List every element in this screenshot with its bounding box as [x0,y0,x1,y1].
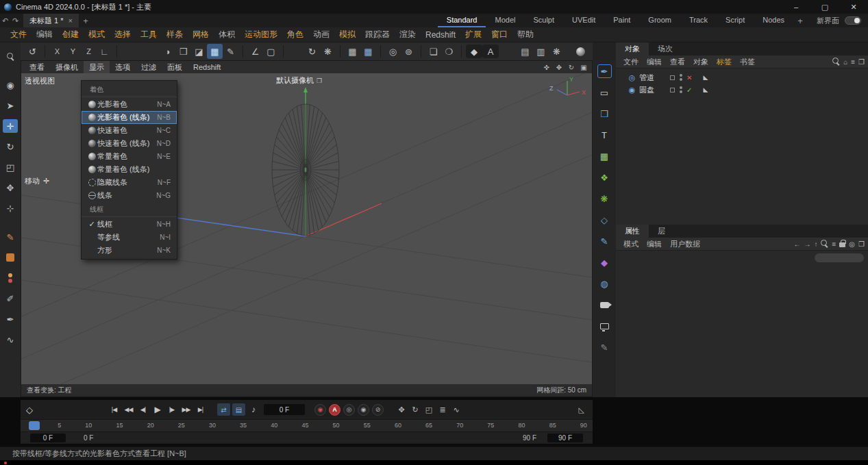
om-filter-icon[interactable]: ≡ [851,58,855,66]
menu-simulate[interactable]: 模拟 [334,29,360,40]
attr-forward-icon[interactable]: → [804,240,810,248]
add-layout-button[interactable]: + [793,16,807,26]
deformer-icon[interactable]: ◆ [597,255,612,269]
attr-target-icon[interactable]: ◎ [849,240,855,248]
brush-icon[interactable]: ✎ [597,340,612,354]
menu-edit[interactable]: 编辑 [32,29,58,40]
vp-menu-view[interactable]: 查看 [24,61,50,73]
current-frame-field[interactable]: 0 F [264,404,305,415]
modeling-tool-icon[interactable]: ❍ [441,44,457,59]
go-to-start-button[interactable]: |◀ [107,403,121,416]
visibility-dots[interactable] [680,86,682,93]
layout-tab-track[interactable]: Track [680,14,717,27]
spline-pen-icon[interactable]: ✒ [597,64,612,78]
range-end-field[interactable]: 90 F [547,433,583,442]
record-scale-toggle[interactable]: ◰ [422,403,436,416]
make-editable-icon[interactable]: ◑ [160,44,175,59]
menu-volume[interactable]: 体积 [214,29,240,40]
menu-window[interactable]: 窗口 [486,29,512,40]
move-tool-icon[interactable]: ✛ [3,119,18,133]
menu-item-box[interactable]: 方形N~K [82,244,177,257]
record-parameter-toggle[interactable]: ≣ [436,403,449,416]
menu-tools[interactable]: 工具 [136,29,162,40]
menu-item-wireframe[interactable]: ✓ 线框N~H [82,218,177,231]
menu-tracker[interactable]: 跟踪器 [360,29,395,40]
om-popup-icon[interactable]: ❐ [858,58,865,66]
minimize-button[interactable]: – [782,0,810,14]
new-interface-toggle[interactable] [845,16,861,25]
vp-menu-cameras[interactable]: 摄像机 [50,61,84,73]
menu-create[interactable]: 创建 [58,29,84,40]
attr-menu-edit[interactable]: 编辑 [643,239,666,249]
maximize-button[interactable]: ▢ [810,0,839,14]
pla-button[interactable]: ⊘ [372,404,384,416]
text-object-icon[interactable]: T [597,128,612,142]
loop-playback-icon[interactable]: ⇄ [217,403,230,416]
camera-object-icon[interactable] [597,298,612,312]
axis-lock-icon[interactable]: ∠ [247,44,263,59]
asset-browser-icon[interactable]: A [482,45,499,58]
play-button[interactable]: ▶ [150,403,164,416]
commander-icon[interactable]: ◆ [466,45,482,58]
target-icon[interactable]: ◎ [385,44,401,59]
layout-tab-sculpt[interactable]: Sculpt [524,14,563,27]
enable-state-icon[interactable]: ✓ [686,86,692,94]
transform-tool-icon[interactable]: ✥ [3,181,18,194]
attr-filter-field[interactable] [815,253,864,262]
enable-axis-icon[interactable]: ↻ [304,44,320,59]
snap-icon[interactable]: ▦ [345,44,360,59]
texture-mode-icon[interactable]: ◪ [191,44,207,59]
new-tab-button[interactable]: + [79,16,92,26]
mirror-icon[interactable]: ▢ [263,44,279,59]
undo-icon[interactable]: ↶ [0,16,10,25]
attr-lock-icon[interactable] [839,240,845,249]
om-home-icon[interactable]: ⌂ [843,58,847,66]
snap-settings-icon[interactable]: ▦ [360,44,376,59]
knife-tool-icon[interactable]: ✐ [3,292,18,305]
menu-render[interactable]: 渲染 [395,29,421,40]
redo-icon[interactable]: ↷ [10,16,21,25]
cube-primitive-icon[interactable]: ❒ [597,107,612,121]
timeline-collapse-icon[interactable]: ◺ [579,405,587,414]
object-row-disc[interactable]: ◉ 圆盘 ✓ ◣ [616,84,868,96]
close-button[interactable]: ✕ [839,0,868,14]
render-picture-viewer-icon[interactable]: ▥ [533,44,549,59]
layout-tab-paint[interactable]: Paint [604,14,639,27]
vp-menu-display[interactable]: 显示 [84,61,110,73]
effector-icon[interactable]: ❋ [597,192,612,205]
model-mode-icon[interactable]: ❒ [175,44,191,59]
rectangle-spline-icon[interactable]: ▭ [597,86,612,99]
range-end-label[interactable]: 90 F [523,434,536,442]
uv-mode-icon[interactable]: ✎ [223,44,238,59]
pan-view-icon[interactable]: ✜ [541,64,552,71]
tab-objects[interactable]: 对象 [616,42,649,55]
stage-object-icon[interactable] [597,319,612,333]
lattice-icon[interactable]: ▦ [597,149,612,163]
vp-menu-redshift[interactable]: Redshift [188,61,226,73]
material-sphere-icon[interactable] [573,44,588,59]
tab-takes[interactable]: 场次 [649,42,682,55]
scale-tool-icon[interactable]: ◰ [3,160,18,174]
attr-menu-mode[interactable]: 模式 [619,239,643,249]
menu-item-constant-lines[interactable]: 常量着色 (线条) [82,163,177,176]
tab-layers[interactable]: 层 [649,225,674,238]
attr-back-icon[interactable]: ← [793,240,800,248]
attr-filter-icon[interactable]: ≡ [832,240,836,248]
om-menu-object[interactable]: 对象 [689,57,712,67]
menu-select[interactable]: 选择 [110,29,136,40]
layout-tab-groom[interactable]: Groom [639,14,680,27]
axis-tool-icon[interactable]: ⊹ [3,201,18,215]
menu-mograph[interactable]: 运动图形 [240,29,282,40]
layer-chip[interactable] [670,88,675,92]
record-objects-button[interactable]: ◉ [358,404,369,416]
sky-icon[interactable]: ◍ [597,277,612,290]
menu-item-gouraud[interactable]: 光影着色N~A [82,98,177,111]
zoom-tool-icon[interactable] [3,49,18,63]
spline-pen-tool-icon[interactable]: ✒ [3,312,18,326]
menu-help[interactable]: 帮助 [512,29,538,40]
undo-history-icon[interactable]: ↺ [25,44,40,59]
color-sample-icon[interactable] [3,271,18,285]
menu-spline[interactable]: 样条 [162,29,188,40]
visibility-dots[interactable] [680,74,682,81]
dolly-view-icon[interactable]: ✥ [554,64,565,71]
